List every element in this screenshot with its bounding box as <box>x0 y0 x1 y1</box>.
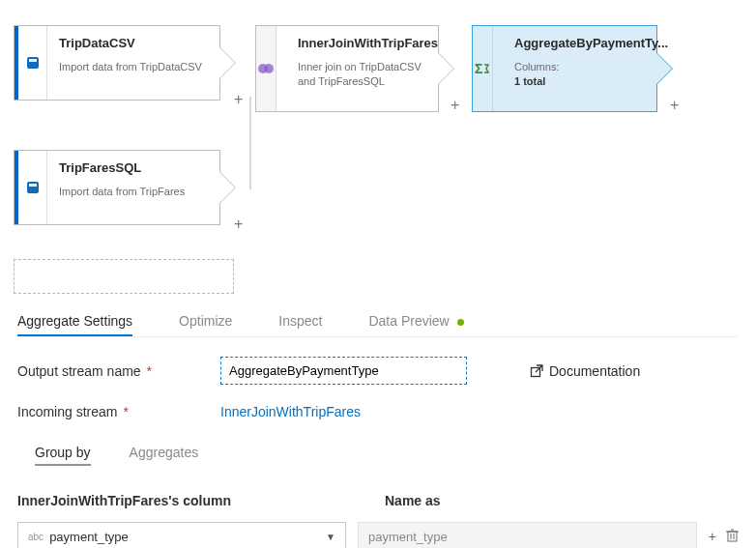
dataflow-canvas[interactable]: TripDataCSV Import data from TripDataCSV… <box>0 0 756 251</box>
trash-icon <box>726 529 739 542</box>
status-dot-icon <box>457 319 464 326</box>
node-subtitle: Import data from TripFares <box>59 185 208 199</box>
svg-rect-8 <box>728 532 737 541</box>
subtab-group-by[interactable]: Group by <box>35 441 91 466</box>
config-tabs: Aggregate Settings Optimize Inspect Data… <box>17 307 739 337</box>
node-title: TripDataCSV <box>59 36 208 50</box>
column-header-name-as: Name as <box>385 493 739 508</box>
join-icon <box>256 26 276 111</box>
arrow-right-icon <box>438 53 453 84</box>
node-tripfaressql[interactable]: TripFaresSQL Import data from TripFares <box>14 150 220 225</box>
tab-data-preview[interactable]: Data Preview <box>368 307 463 336</box>
name-as-value: payment_type <box>368 530 448 544</box>
node-columns-count: 1 total <box>514 74 668 89</box>
add-branch-button[interactable]: + <box>451 97 459 114</box>
add-branch-button[interactable]: + <box>234 91 243 108</box>
svg-rect-2 <box>27 182 39 193</box>
node-subtitle: Import data from TripDataCSV <box>59 60 208 74</box>
node-tripdatacsv[interactable]: TripDataCSV Import data from TripDataCSV <box>14 25 220 101</box>
arrow-right-icon <box>219 172 235 203</box>
node-title: AggregateByPaymentTy... <box>514 36 668 50</box>
output-stream-label: Output stream name * <box>17 363 220 379</box>
config-panel: Aggregate Settings Optimize Inspect Data… <box>17 307 739 548</box>
tab-optimize[interactable]: Optimize <box>179 307 232 336</box>
subtab-aggregates[interactable]: Aggregates <box>130 441 199 466</box>
source-column-select[interactable]: abc payment_type ▼ <box>17 522 346 548</box>
source-icon <box>15 26 47 100</box>
source-column-value: payment_type <box>49 530 129 544</box>
name-as-field[interactable]: payment_type <box>358 522 697 548</box>
incoming-stream-link[interactable]: InnerJoinWithTripFares <box>220 404 361 419</box>
column-header-source: InnerJoinWithTripFares's column <box>17 493 385 508</box>
type-badge: abc <box>28 532 44 542</box>
chevron-down-icon: ▼ <box>326 532 335 542</box>
node-innerjoin[interactable]: InnerJoinWithTripFares Inner join on Tri… <box>255 25 439 112</box>
svg-text:Σ: Σ <box>475 61 482 76</box>
add-row-button[interactable]: + <box>709 529 716 545</box>
tab-aggregate-settings[interactable]: Aggregate Settings <box>17 307 132 336</box>
add-branch-button[interactable]: + <box>234 216 243 233</box>
delete-row-button[interactable] <box>726 529 739 545</box>
output-stream-input[interactable] <box>220 357 467 385</box>
svg-rect-0 <box>27 57 39 69</box>
sub-tabs: Group by Aggregates <box>35 441 739 466</box>
svg-rect-3 <box>29 184 37 187</box>
svg-rect-1 <box>29 59 37 62</box>
documentation-label: Documentation <box>549 363 640 379</box>
tab-data-preview-label: Data Preview <box>368 313 449 329</box>
node-subtitle: Inner join on TripDataCSV and TripFaresS… <box>298 60 438 89</box>
drop-zone[interactable] <box>14 259 234 294</box>
documentation-link[interactable]: Documentation <box>530 363 640 379</box>
arrow-right-icon <box>219 47 235 78</box>
incoming-stream-label: Incoming stream * <box>17 404 220 419</box>
add-branch-button[interactable]: + <box>670 97 679 114</box>
node-aggregate[interactable]: Σ AggregateByPaymentTy... Columns: 1 tot… <box>472 25 657 112</box>
arrow-right-icon <box>656 53 672 84</box>
svg-point-5 <box>264 64 274 73</box>
node-title: InnerJoinWithTripFares <box>298 36 438 50</box>
node-title: TripFaresSQL <box>59 160 208 175</box>
external-link-icon <box>530 364 543 378</box>
aggregate-icon: Σ <box>473 26 493 111</box>
tab-inspect[interactable]: Inspect <box>278 307 322 336</box>
source-icon <box>15 151 47 224</box>
connector-line <box>249 97 251 189</box>
node-columns-label: Columns: <box>514 60 668 74</box>
